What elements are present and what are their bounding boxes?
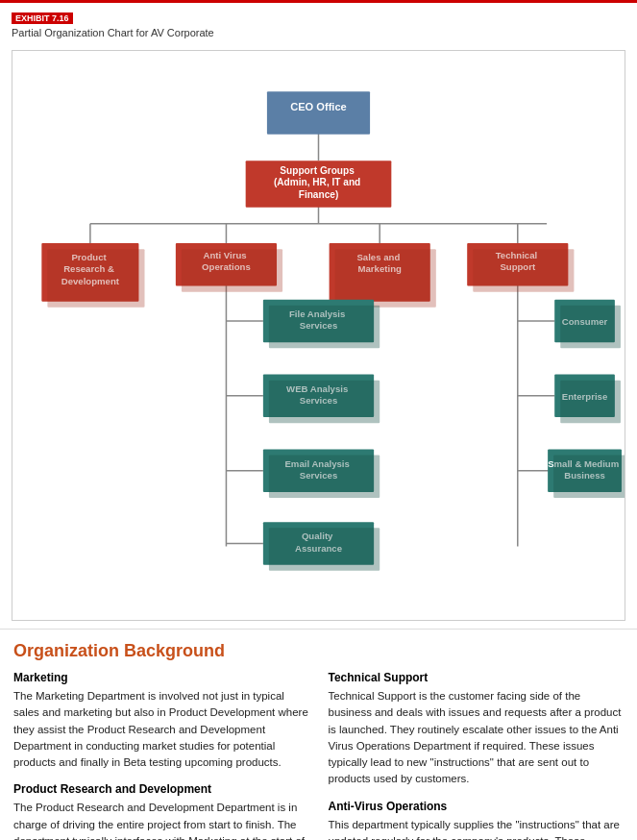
marketing-heading: Marketing — [13, 671, 309, 684]
svg-rect-22 — [47, 249, 144, 308]
antivirus-body: This department typically supplies the "… — [329, 817, 625, 840]
svg-rect-25 — [182, 249, 282, 291]
svg-rect-31 — [473, 249, 574, 291]
exhibit-header: EXHIBIT 7.16 Partial Organization Chart … — [0, 0, 637, 42]
marketing-body: The Marketing Department is involved not… — [13, 688, 309, 771]
org-chart-svg: CEO Office Support Groups (Admin, HR, IT… — [12, 61, 625, 605]
svg-rect-46 — [560, 306, 621, 348]
right-col: Technical Support Technical Support is t… — [329, 671, 625, 840]
tech-support-body: Technical Support is the customer facing… — [329, 688, 625, 788]
exhibit-title: Partial Organization Chart for AV Corpor… — [12, 27, 625, 38]
svg-rect-34 — [269, 306, 380, 348]
svg-rect-43 — [269, 528, 380, 570]
exhibit-label: EXHIBIT 7.16 — [12, 12, 73, 24]
svg-rect-16 — [267, 91, 370, 134]
svg-rect-49 — [560, 381, 621, 423]
org-bg-title: Organization Background — [13, 641, 624, 661]
svg-rect-40 — [269, 456, 380, 498]
tech-support-heading: Technical Support — [329, 671, 625, 684]
org-chart-area: CEO Office Support Groups (Admin, HR, IT… — [12, 50, 625, 621]
svg-rect-28 — [335, 249, 436, 308]
two-col-layout: Marketing The Marketing Department is in… — [13, 671, 624, 840]
prd-body: The Product Research and Development Dep… — [13, 800, 309, 840]
svg-rect-37 — [269, 381, 380, 423]
page: EXHIBIT 7.16 Partial Organization Chart … — [0, 0, 637, 840]
svg-rect-52 — [553, 456, 625, 498]
prd-heading: Product Research and Development — [13, 782, 309, 796]
left-col: Marketing The Marketing Department is in… — [13, 671, 309, 840]
text-section: Organization Background Marketing The Ma… — [0, 629, 637, 840]
svg-text:CEO Office: CEO Office — [290, 101, 347, 112]
antivirus-heading: Anti-Virus Operations — [329, 800, 625, 813]
